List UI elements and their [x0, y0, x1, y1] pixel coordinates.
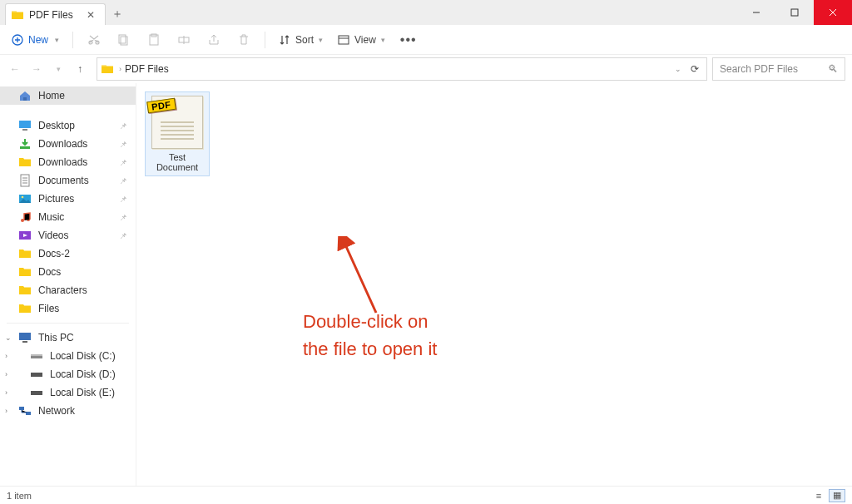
paste-button[interactable]	[140, 28, 168, 52]
search-input[interactable]: Search PDF Files 🔍︎	[712, 57, 845, 81]
folder-icon	[18, 247, 32, 260]
sidebar-item-downloads-2[interactable]: Downloads📌︎	[0, 153, 136, 171]
back-button[interactable]: ←	[7, 61, 23, 77]
chevron-right-icon[interactable]: ›	[5, 407, 7, 415]
sidebar-item-documents[interactable]: Documents📌︎	[0, 171, 136, 190]
status-text: 1 item	[7, 491, 32, 501]
clipboard-icon	[147, 33, 161, 47]
delete-button[interactable]	[230, 28, 258, 52]
forward-button[interactable]: →	[28, 61, 45, 77]
chevron-right-icon[interactable]: ›	[5, 352, 7, 360]
chevron-right-icon[interactable]: ›	[5, 370, 7, 378]
pin-icon: 📌︎	[119, 195, 127, 204]
annotation-line1: Double-click on	[303, 308, 437, 335]
sidebar-item-videos[interactable]: Videos📌︎	[0, 226, 136, 245]
annotation-text: Double-click on the file to open it	[303, 308, 437, 363]
address-history-button[interactable]: ⌄	[675, 65, 681, 73]
title-bar: PDF Files ✕ ＋	[0, 0, 852, 25]
sidebar-item-music[interactable]: Music📌︎	[0, 208, 136, 226]
sidebar-item-label: Docs-2	[38, 248, 70, 259]
network-icon	[18, 404, 32, 418]
sidebar-item-desktop[interactable]: Desktop📌︎	[0, 116, 136, 135]
sidebar-item-downloads[interactable]: Downloads📌︎	[0, 135, 136, 153]
chevron-down-icon: ▾	[55, 36, 59, 44]
search-icon: 🔍︎	[828, 63, 838, 75]
sidebar-item-label: Local Disk (E:)	[50, 387, 115, 398]
svg-rect-20	[31, 354, 42, 356]
svg-rect-10	[20, 146, 30, 149]
sidebar-item-files[interactable]: Files	[0, 299, 136, 318]
sidebar-item-label: Local Disk (C:)	[50, 350, 116, 362]
sort-button[interactable]: Sort ▾	[272, 31, 329, 49]
annotation-arrow	[336, 236, 386, 319]
sidebar-item-home[interactable]: Home	[0, 86, 136, 105]
chevron-down-icon: ▾	[319, 36, 323, 44]
close-window-button[interactable]	[814, 0, 852, 25]
file-list[interactable]: PDF Test Document Double-click on the fi…	[136, 83, 852, 486]
share-icon	[207, 33, 220, 47]
sidebar-item-label: Desktop	[38, 120, 75, 131]
scissors-icon	[87, 33, 101, 47]
minimize-button[interactable]	[737, 0, 775, 25]
sidebar-item-label: This PC	[38, 332, 74, 343]
sidebar-item-this-pc[interactable]: ⌄This PC	[0, 329, 136, 347]
share-button[interactable]	[200, 28, 228, 52]
download-icon	[18, 137, 32, 151]
view-label: View	[354, 34, 376, 46]
more-button[interactable]: •••	[394, 29, 424, 51]
folder-icon	[18, 284, 32, 297]
pin-icon: 📌︎	[119, 121, 127, 131]
recent-button[interactable]: ▾	[50, 61, 67, 77]
chevron-right-icon[interactable]: ›	[5, 388, 7, 397]
sidebar-item-label: Home	[38, 90, 65, 101]
rename-button[interactable]	[170, 28, 198, 52]
window-tab[interactable]: PDF Files ✕	[5, 3, 106, 25]
sidebar-item-drive-e[interactable]: ›Local Disk (E:)	[0, 383, 136, 402]
file-item[interactable]: PDF Test Document	[145, 91, 210, 176]
videos-icon	[18, 229, 32, 242]
sidebar-item-drive-d[interactable]: ›Local Disk (D:)	[0, 365, 136, 383]
refresh-button[interactable]: ⟳	[686, 63, 703, 75]
sidebar-item-docs2[interactable]: Docs-2	[0, 245, 136, 263]
document-icon	[18, 174, 32, 187]
folder-icon	[11, 8, 24, 22]
sidebar-item-pictures[interactable]: Pictures📌︎	[0, 190, 136, 208]
chevron-down-icon: ▾	[381, 36, 385, 44]
pictures-icon	[18, 192, 32, 205]
annotation-line2: the file to open it	[303, 335, 437, 363]
svg-rect-0	[791, 9, 798, 16]
chevron-down-icon[interactable]: ⌄	[5, 334, 12, 342]
cut-button[interactable]	[80, 28, 108, 52]
rename-icon	[177, 33, 191, 47]
sidebar-item-label: Videos	[38, 230, 68, 241]
file-thumbnail: PDF	[151, 96, 203, 149]
sidebar-item-label: Characters	[38, 284, 87, 296]
pin-icon: 📌︎	[119, 158, 127, 167]
toolbar: New ▾ Sort ▾ View ▾ •••	[0, 25, 852, 55]
up-button[interactable]: ↑	[72, 61, 88, 77]
pin-icon: 📌︎	[119, 140, 127, 149]
breadcrumb[interactable]: ›PDF Files	[119, 63, 169, 75]
svg-rect-23	[19, 407, 24, 410]
view-button[interactable]: View ▾	[331, 31, 392, 49]
sidebar-item-label: Documents	[38, 175, 89, 186]
sidebar-item-characters[interactable]: Characters	[0, 281, 136, 299]
svg-rect-22	[31, 391, 42, 395]
pin-icon: 📌︎	[119, 176, 127, 185]
sidebar-item-network[interactable]: ›Network	[0, 402, 136, 420]
sidebar-item-label: Music	[38, 211, 64, 223]
thumbnails-view-button[interactable]: ▦	[829, 489, 845, 502]
svg-rect-8	[19, 121, 31, 128]
details-view-button[interactable]: ≡	[810, 489, 827, 502]
sidebar-item-drive-c[interactable]: ›Local Disk (C:)	[0, 347, 136, 365]
address-bar[interactable]: ›PDF Files ⌄ ⟳	[97, 57, 707, 81]
new-button[interactable]: New ▾	[5, 31, 66, 49]
maximize-button[interactable]	[775, 0, 814, 25]
drive-icon	[30, 349, 43, 363]
svg-rect-21	[31, 373, 42, 377]
sidebar: Home Desktop📌︎ Downloads📌︎ Downloads📌︎ D…	[0, 83, 136, 486]
new-tab-button[interactable]: ＋	[106, 3, 129, 25]
copy-button[interactable]	[110, 28, 138, 52]
sidebar-item-docs[interactable]: Docs	[0, 263, 136, 281]
close-tab-icon[interactable]: ✕	[85, 9, 97, 21]
